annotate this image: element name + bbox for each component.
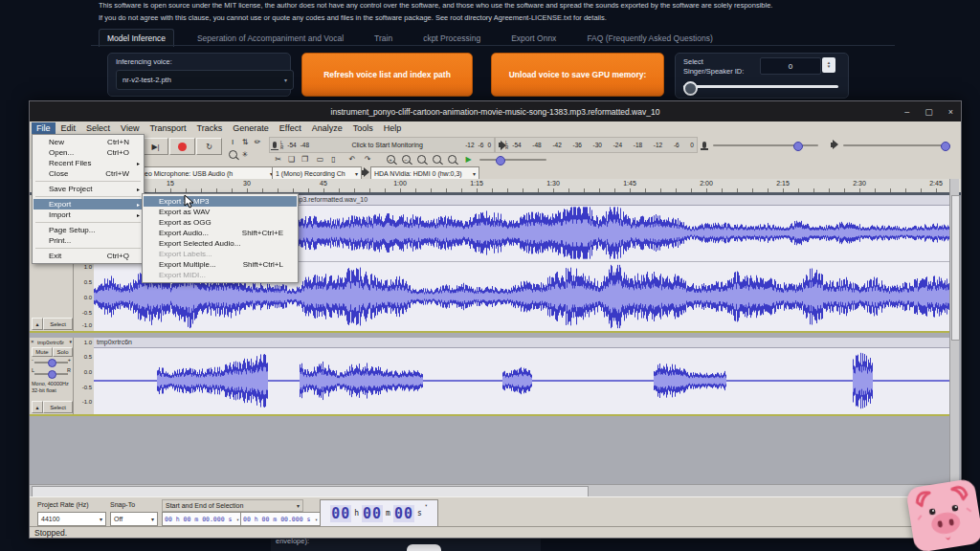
audio-position-display[interactable]: 00 h 00 m 00 s ▾: [320, 499, 438, 527]
maximize-button[interactable]: ▢: [924, 107, 933, 117]
zoom-toggle-button[interactable]: [445, 154, 458, 165]
undo-button[interactable]: ↶: [345, 153, 359, 165]
trim-audio-button[interactable]: ▭: [314, 153, 326, 165]
menu-edit[interactable]: Edit: [56, 122, 81, 134]
menu-file[interactable]: File: [32, 122, 56, 134]
refresh-voice-list-button[interactable]: Refresh voice list and index path: [301, 53, 473, 97]
zoom-selection-button[interactable]: [414, 154, 428, 165]
menu-help[interactable]: Help: [379, 122, 407, 134]
timeline-ruler[interactable]: 15 30 45 1:00 1:15 1:30 1:45 2:00 2:15 2…: [30, 179, 961, 192]
menu-generate[interactable]: Generate: [228, 122, 274, 134]
menu-item-exit[interactable]: ExitCtrl+Q: [33, 251, 143, 261]
menu-analyze[interactable]: Analyze: [307, 122, 347, 134]
track-2-select-button[interactable]: Select: [43, 401, 73, 413]
menu-view[interactable]: View: [116, 122, 144, 134]
zoom-out-button[interactable]: −: [399, 154, 412, 165]
multi-tool[interactable]: ✳: [239, 150, 251, 159]
playback-volume-slider[interactable]: [843, 144, 950, 146]
play-at-speed-button[interactable]: ▶: [462, 153, 475, 165]
track-2-pan-slider[interactable]: [34, 373, 68, 375]
zoom-in-button[interactable]: +: [384, 154, 397, 165]
close-button[interactable]: ×: [948, 107, 953, 117]
speaker-id-spinner[interactable]: ▲ ▼: [822, 57, 835, 73]
track-2-collapse-button[interactable]: ▴: [32, 401, 43, 413]
selection-tool[interactable]: I: [227, 138, 238, 146]
speaker-id-slider-handle[interactable]: [683, 81, 698, 96]
voice-model-dropdown[interactable]: nr-v2-test-2.pth ▾: [116, 70, 294, 90]
menu-select[interactable]: Select: [81, 122, 115, 134]
track-2-clip[interactable]: tmp0xrtrc6n: [94, 338, 950, 414]
track-1-collapse-button[interactable]: ▴: [32, 318, 43, 330]
playback-meter[interactable]: L R -54 -48 -42 -36 -30 -24 -18 -12 -6 0: [495, 137, 698, 153]
track-2-waveform[interactable]: [94, 347, 950, 414]
track-2[interactable]: × tmp0xrtrc6n ▾ Mute Solo - + L R Mono, …: [30, 338, 950, 414]
selection-mode-dropdown[interactable]: Start and End of Selection ▾: [162, 499, 303, 512]
menu-item-page-setup[interactable]: Page Setup...: [33, 225, 143, 235]
menu-item-export-as-mp3[interactable]: Export as MP3: [144, 196, 297, 207]
menu-item-export-as-wav[interactable]: Export as WAV: [144, 207, 297, 217]
envelope-tool[interactable]: ⇅: [239, 138, 251, 146]
cut-button[interactable]: ✂: [272, 153, 284, 165]
monitoring-message[interactable]: Click to Start Monitoring: [313, 142, 461, 148]
project-rate-dropdown[interactable]: 44100 ▾: [37, 512, 106, 526]
bottom-pill-control[interactable]: [407, 544, 441, 551]
track-2-close-button[interactable]: ×: [31, 339, 34, 344]
track-2-pan-handle[interactable]: [48, 370, 56, 379]
track-1-select-button[interactable]: Select: [43, 318, 73, 330]
menu-transport[interactable]: Transport: [145, 122, 190, 134]
paste-button[interactable]: ❐: [299, 153, 311, 165]
play-speed-handle[interactable]: [496, 156, 505, 165]
vertical-scrollbar-thumb[interactable]: [951, 195, 960, 341]
selection-start-field[interactable]: 00 h 00 m 00.000 s ▾: [162, 512, 242, 526]
speaker-id-slider[interactable]: [683, 85, 838, 88]
menu-effect[interactable]: Effect: [275, 122, 306, 134]
track-2-menu-button[interactable]: ▾: [69, 339, 72, 344]
playback-volume-handle[interactable]: [941, 142, 950, 151]
zoom-fit-button[interactable]: [430, 154, 443, 165]
track-2-name[interactable]: tmp0xrtrc6n: [37, 340, 64, 345]
menu-item-new[interactable]: NewCtrl+N: [33, 137, 143, 147]
track-2-gain-slider[interactable]: [34, 362, 68, 364]
menu-item-export-audio[interactable]: Export Audio...Shift+Ctrl+E: [144, 228, 297, 238]
menu-item-close[interactable]: CloseCtrl+W: [33, 168, 143, 179]
recording-meter[interactable]: L R -54 -48 Click to Start Monitoring -1…: [269, 137, 495, 153]
playback-device-dropdown[interactable]: HDA NVidia: HDMI 0 (hw:0,3) ▾: [370, 166, 479, 180]
menu-item-export-selected-audio[interactable]: Export Selected Audio...: [144, 238, 297, 249]
menu-item-recent-files[interactable]: Recent Files▸: [33, 158, 143, 168]
menu-item-export-multiple[interactable]: Export Multiple...Shift+Ctrl+L: [144, 259, 297, 270]
snap-to-dropdown[interactable]: Off ▾: [110, 512, 158, 526]
play-speed-slider[interactable]: [479, 159, 546, 161]
copy-button[interactable]: ❏: [285, 153, 298, 165]
chevron-down-icon[interactable]: ▾: [425, 502, 428, 508]
redo-button[interactable]: ↷: [361, 153, 374, 165]
horizontal-scrollbar[interactable]: [30, 484, 949, 497]
recording-volume-handle[interactable]: [793, 142, 803, 151]
recording-device-dropdown[interactable]: eo Microphone: USB Audio (h ▾: [141, 166, 277, 180]
menu-item-export-as-ogg[interactable]: Export as OGG: [144, 217, 297, 228]
unload-voice-button[interactable]: Unload voice to save GPU memory:: [491, 53, 664, 97]
menu-item-open[interactable]: Open...Ctrl+O: [33, 147, 143, 158]
track-2-solo-button[interactable]: Solo: [53, 347, 73, 357]
silence-icon: ▯: [331, 155, 335, 164]
minimize-button[interactable]: –: [904, 107, 909, 117]
menu-item-print[interactable]: Print...: [33, 235, 143, 246]
vertical-scrollbar[interactable]: [949, 179, 959, 484]
silence-audio-button[interactable]: ▯: [327, 153, 340, 165]
window-titlebar[interactable]: instrument_ponyo-cliff-cartoon-animation…: [30, 101, 961, 121]
selection-end-field[interactable]: 00 h 00 m 00.000 s ▾: [240, 512, 321, 526]
record-button[interactable]: [169, 138, 195, 155]
recording-volume-slider[interactable]: [713, 144, 818, 146]
menu-item-import[interactable]: Import▸: [33, 209, 143, 220]
menu-tracks[interactable]: Tracks: [192, 122, 228, 134]
menu-item-export[interactable]: Export▸: [33, 199, 143, 209]
loop-button[interactable]: ↻: [196, 138, 222, 155]
track-2-mute-button[interactable]: Mute: [32, 347, 53, 357]
draw-tool[interactable]: ✏: [252, 138, 263, 146]
track-2-gain-handle[interactable]: [48, 359, 56, 367]
zoom-tool[interactable]: [227, 150, 238, 159]
skip-to-end-button[interactable]: ▶|: [143, 138, 168, 155]
speaker-id-input[interactable]: 0: [760, 57, 821, 75]
menu-tools[interactable]: Tools: [348, 122, 378, 134]
recording-channels-dropdown[interactable]: 1 (Mono) Recording Ch ▾: [272, 166, 362, 180]
menu-item-save-project[interactable]: Save Project▸: [33, 184, 143, 194]
